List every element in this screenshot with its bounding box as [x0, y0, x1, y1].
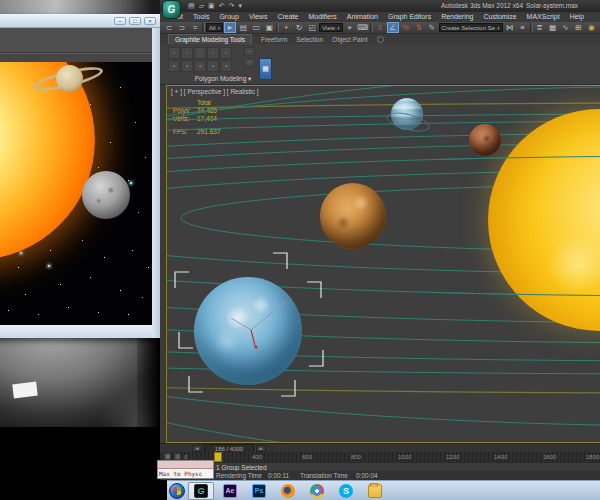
rendered-sun [0, 62, 95, 260]
rect-region-icon[interactable]: ▭ [250, 22, 262, 33]
panel-button[interactable]: ▪ [194, 60, 206, 72]
panel-button[interactable]: ▪ [168, 60, 180, 72]
save-file-icon[interactable]: ▣ [208, 1, 215, 11]
subobject-edge-button[interactable]: ▫ [181, 47, 193, 59]
menu-rendering[interactable]: Rendering [436, 12, 478, 22]
listener-script-field[interactable]: Max to Physc [158, 469, 213, 478]
open-file-icon[interactable]: ▱ [199, 1, 204, 11]
tick-label: 1200 [446, 454, 459, 460]
tab-object-paint[interactable]: Object Paint [332, 35, 367, 44]
panel-button[interactable]: ▪ [207, 60, 219, 72]
new-file-icon[interactable]: ▤ [188, 1, 195, 11]
mirror-icon[interactable]: ⋈ [504, 22, 516, 33]
snap-toggle-icon[interactable]: 3 [374, 22, 386, 33]
taskbar-explorer-button[interactable] [362, 482, 388, 500]
crossing-region-icon[interactable]: ▣ [263, 22, 275, 33]
subobject-element-button[interactable]: ▫ [220, 47, 232, 59]
tick-label: 600 [302, 454, 312, 460]
firefox-icon [281, 484, 295, 498]
graphite-toggle-icon[interactable]: ▦ [547, 22, 559, 33]
menu-maxscript[interactable]: MAXScript [522, 12, 565, 22]
schematic-view-icon[interactable]: ⊞ [573, 22, 585, 33]
align-icon[interactable]: ≡ [517, 22, 529, 33]
taskbar-firefox-button[interactable] [275, 482, 301, 500]
subobject-vertex-button[interactable]: ▫ [168, 47, 180, 59]
taskbar-aftereffects-button[interactable]: Ae [217, 482, 243, 500]
select-by-name-icon[interactable]: ▤ [237, 22, 249, 33]
previous-frame-button[interactable]: ◄ [192, 445, 202, 452]
viewport-label[interactable]: [ + ] [ Perspective ] [ Realistic ] [171, 88, 259, 95]
subobject-border-button[interactable]: ▫ [194, 47, 206, 59]
taskbar-3dsmax-button[interactable]: G [188, 482, 214, 500]
layers-icon[interactable]: ≣ [534, 22, 546, 33]
file-name: Solar-system.max [526, 2, 578, 9]
select-link-icon[interactable]: ⊂ [163, 22, 175, 33]
menu-customize[interactable]: Customize [478, 12, 521, 22]
spinner-snap-icon[interactable]: ⇅ [413, 22, 425, 33]
keyboard-override-icon[interactable]: ⌨ [357, 22, 369, 33]
subobject-polygon-button[interactable]: ▫ [207, 47, 219, 59]
selection-filter-dropdown[interactable]: All ▾ [206, 23, 223, 32]
menu-modifiers[interactable]: Modifiers [303, 12, 341, 22]
background-grayscale-render [0, 338, 160, 427]
perspective-viewport[interactable]: [ + ] [ Perspective ] [ Realistic ] Tota… [166, 85, 600, 443]
percent-snap-icon[interactable]: % [400, 22, 412, 33]
close-icon[interactable]: × [144, 17, 156, 25]
select-scale-icon[interactable]: ◰ [306, 22, 318, 33]
select-move-icon[interactable]: + [280, 22, 292, 33]
start-button[interactable] [169, 483, 185, 499]
bind-spacewarp-icon[interactable]: ≈ [189, 22, 201, 33]
panel-small-button[interactable]: ▫ [244, 47, 255, 56]
reference-coordinate-dropdown[interactable]: View ▾ [319, 23, 342, 32]
ribbon-panel: ▫ ▫ ▫ ▫ ▫ ▪ ▪ ▪ ▪ ▪ ▫ ▫ ▦ Polygon Modeli… [160, 44, 600, 85]
tab-freeform[interactable]: Freeform [261, 35, 287, 44]
taskbar-skype-button[interactable]: S [333, 482, 359, 500]
menu-help[interactable]: Help [565, 12, 589, 22]
undo-icon[interactable]: ↶ [219, 1, 225, 11]
workspace-caret-icon[interactable]: ▾ [238, 1, 242, 11]
select-object-icon[interactable]: ► [224, 22, 236, 33]
panel-small-button[interactable]: ▫ [244, 58, 255, 67]
max-logo-icon[interactable]: G [162, 0, 181, 19]
menu-tools[interactable]: Tools [188, 12, 214, 22]
menu-graph-editors[interactable]: Graph Editors [383, 12, 436, 22]
minimize-icon[interactable]: − [114, 17, 126, 25]
select-rotate-icon[interactable]: ↻ [293, 22, 305, 33]
listener-macro-field[interactable] [158, 461, 213, 469]
ribbon-minimize-button[interactable] [377, 36, 384, 43]
tick-label: 1800 [586, 454, 599, 460]
menu-create[interactable]: Create [272, 12, 303, 22]
time-slider-track[interactable]: 0 400 600 800 1000 1200 1400 1600 1800 [160, 452, 600, 462]
taskbar-chrome-button[interactable] [304, 482, 330, 500]
material-editor-icon[interactable]: ◉ [586, 22, 598, 33]
tick-label: 1000 [398, 454, 411, 460]
named-selection-value: Create Selection Se [442, 25, 495, 31]
unlink-icon[interactable]: ⊃ [176, 22, 188, 33]
caret-icon: ▾ [218, 25, 221, 31]
taskbar-photoshop-button[interactable]: Ps [246, 482, 272, 500]
redo-icon[interactable]: ↷ [229, 1, 235, 11]
angle-snap-icon[interactable]: ∠ [387, 22, 399, 33]
named-selection-dropdown[interactable]: Create Selection Se ▾ [439, 23, 503, 32]
after-effects-icon: Ae [223, 484, 237, 498]
rendering-time-value: 0:00:11 [268, 471, 289, 480]
menu-animation[interactable]: Animation [342, 12, 383, 22]
menu-group[interactable]: Group [214, 12, 243, 22]
tab-graphite-modeling-tools[interactable]: Graphite Modeling Tools [168, 34, 252, 44]
background-app-strip [0, 0, 160, 14]
panel-button[interactable]: ▪ [220, 60, 232, 72]
panel-button[interactable]: ▪ [181, 60, 193, 72]
bright-star [130, 182, 132, 184]
frame-indicator-row: ◄ 186 / 4000 ► [160, 443, 600, 452]
curve-editor-icon[interactable]: ∿ [560, 22, 572, 33]
next-frame-button[interactable]: ► [256, 445, 266, 452]
time-slider-handle[interactable] [214, 452, 222, 462]
select-manipulate-icon[interactable]: ⌖ [344, 22, 356, 33]
3dsmax-icon: G [194, 484, 208, 498]
maximize-icon[interactable]: □ [129, 17, 141, 25]
render-window-titlebar[interactable]: − □ × [0, 14, 162, 28]
edit-named-sets-icon[interactable]: ✎ [426, 22, 438, 33]
menu-views[interactable]: Views [244, 12, 273, 22]
polygon-modeling-dropdown[interactable]: Polygon Modeling ▾ [164, 75, 282, 83]
tab-selection[interactable]: Selection [296, 35, 323, 44]
